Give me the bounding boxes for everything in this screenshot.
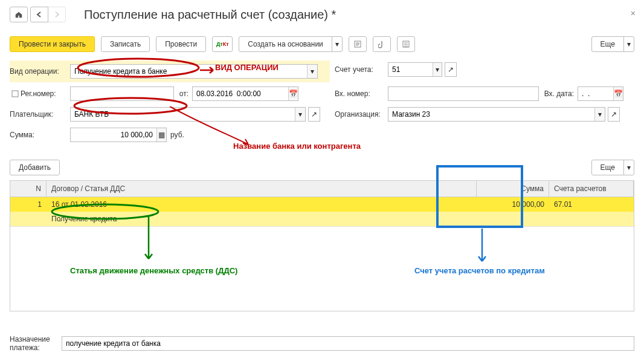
close-icon[interactable]: × (631, 8, 636, 18)
cell-acc: 67.01 (549, 197, 634, 212)
reg-no-label: Рег.номер: (21, 90, 70, 98)
in-date-input[interactable] (578, 87, 613, 100)
purpose-input[interactable] (62, 337, 634, 350)
purpose-label: Назначениеплатежа: (10, 335, 62, 352)
report-icon[interactable] (349, 36, 367, 52)
lines-table: N Договор / Статья ДДС Сумма Счета расче… (10, 180, 634, 311)
doc-type-icon (10, 90, 21, 98)
org-input[interactable] (388, 108, 594, 121)
dt-kt-icon[interactable]: ДтКт (212, 36, 233, 52)
in-no-input[interactable] (388, 87, 538, 100)
account-drop[interactable]: ▾ (433, 63, 442, 76)
payer-open-icon[interactable]: ↗ (308, 107, 320, 122)
sum-label: Сумма: (10, 131, 70, 139)
col-acc: Счета расчетов (549, 181, 634, 197)
cell-dog: 16 от 01.02.2016 (47, 197, 477, 212)
date-input[interactable] (193, 87, 288, 100)
post-button[interactable]: Провести (156, 36, 206, 52)
cell-n: 1 (10, 197, 47, 212)
col-dog: Договор / Статья ДДС (47, 181, 477, 197)
table-more-button[interactable]: Еще (591, 160, 624, 175)
date-picker-icon[interactable]: 📅 (288, 87, 298, 100)
home-button[interactable] (10, 7, 28, 22)
forward-button[interactable] (48, 7, 66, 22)
org-open-icon[interactable]: ↗ (608, 107, 620, 122)
account-label: Счет учета: (335, 65, 388, 74)
payer-input[interactable] (71, 108, 295, 121)
list-icon[interactable] (397, 36, 415, 52)
op-type-input[interactable] (71, 65, 307, 78)
cell-sum: 10 000,00 (477, 197, 549, 212)
op-type-label: Вид операции: (10, 67, 70, 76)
org-drop[interactable]: ▾ (594, 108, 605, 121)
reg-no-input[interactable] (71, 87, 173, 100)
op-type-drop[interactable]: ▾ (307, 65, 317, 78)
currency-label: руб. (170, 131, 184, 139)
payer-drop[interactable]: ▾ (295, 108, 305, 121)
more-dropdown[interactable]: ▾ (623, 36, 634, 52)
sum-input[interactable] (71, 128, 156, 142)
sum-calc-icon[interactable]: ▦ (156, 128, 166, 142)
org-label: Организация: (335, 110, 388, 119)
table-more-dropdown[interactable]: ▾ (623, 160, 634, 175)
from-label: от: (174, 90, 192, 98)
page-title: Поступление на расчетный счет (создание)… (84, 8, 336, 22)
svg-rect-2 (12, 91, 18, 97)
add-row-button[interactable]: Добавить (10, 160, 60, 175)
create-based-dropdown[interactable]: ▾ (332, 36, 343, 52)
table-row[interactable]: Получение кредита (10, 212, 634, 226)
in-no-label: Вх. номер: (335, 90, 388, 98)
more-button[interactable]: Еще (591, 36, 624, 52)
in-date-picker-icon[interactable]: 📅 (613, 87, 623, 100)
cell-dds: Получение кредита (47, 212, 477, 226)
write-button[interactable]: Записать (101, 36, 150, 52)
table-row[interactable]: 1 16 от 01.02.2016 10 000,00 67.01 (10, 197, 634, 212)
create-based-button[interactable]: Создать на основании (239, 36, 332, 52)
col-sum: Сумма (477, 181, 549, 197)
col-n: N (10, 181, 47, 197)
back-button[interactable] (30, 7, 48, 22)
account-input[interactable] (388, 63, 433, 76)
attach-icon[interactable] (373, 36, 391, 52)
account-open-icon[interactable]: ↗ (445, 62, 457, 77)
in-date-label: Вх. дата: (539, 90, 578, 98)
post-and-close-button[interactable]: Провести и закрыть (10, 36, 95, 52)
payer-label: Плательщик: (10, 110, 70, 119)
